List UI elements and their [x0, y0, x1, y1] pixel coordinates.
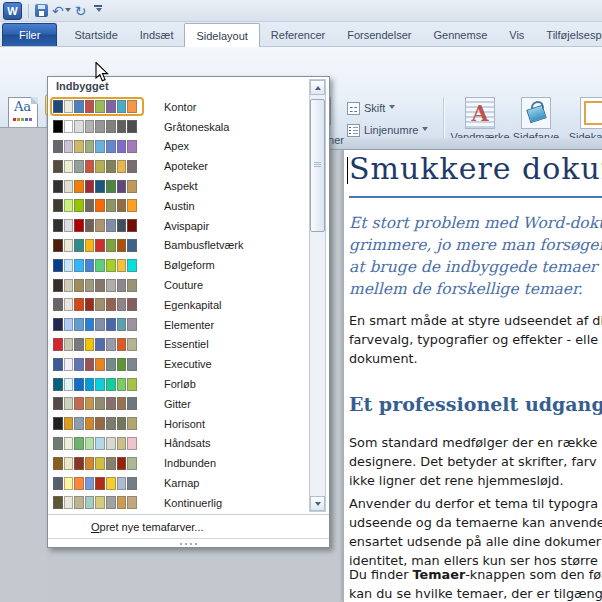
color-swatch — [95, 239, 105, 252]
tab-gennemse[interactable]: Gennemse — [422, 24, 498, 46]
theme-swatch-strip — [53, 437, 141, 450]
page-borders-button[interactable]: Sidekanter — [560, 95, 602, 143]
tab-file[interactable]: Filer — [2, 23, 57, 46]
document-line: Du finder Temaer-knappen som den før — [349, 565, 602, 584]
color-swatch — [95, 120, 105, 133]
color-swatch — [127, 358, 137, 371]
theme-row[interactable]: Gitter — [48, 394, 306, 414]
body-paragraph: En smart måde at styre udseendet af difa… — [349, 311, 602, 368]
color-swatch — [64, 397, 74, 410]
color-swatch — [64, 120, 74, 133]
color-swatch — [85, 219, 95, 232]
tab-sidelayout[interactable]: Sidelayout — [184, 23, 259, 47]
theme-row[interactable]: Aspekt — [48, 176, 306, 196]
theme-row[interactable]: Essentiel — [48, 335, 306, 355]
theme-swatch-strip — [53, 477, 141, 490]
color-swatch — [64, 259, 74, 272]
color-swatch — [117, 358, 127, 371]
theme-row[interactable]: Avispapir — [48, 216, 306, 236]
tab-indsæt[interactable]: Indsæt — [129, 24, 185, 46]
document-line: designere. Det betyder at skrifter, farv — [349, 452, 597, 471]
document-line: ikke ligner det rene hjemmesløjd. — [349, 471, 597, 490]
undo-button[interactable]: ↶ — [52, 4, 71, 18]
title-bar: W ↶ ↻ — [0, 0, 602, 22]
color-swatch — [74, 338, 84, 351]
scrollbar-thumb[interactable] — [310, 99, 325, 232]
theme-swatch-strip — [53, 160, 141, 173]
theme-row[interactable]: Kontor — [48, 97, 306, 117]
color-swatch — [74, 437, 84, 450]
theme-row[interactable]: Executive — [48, 354, 306, 374]
color-swatch — [95, 437, 105, 450]
resize-grip-icon[interactable] — [48, 538, 329, 548]
color-swatch — [127, 160, 137, 173]
scroll-up-button[interactable] — [310, 80, 325, 95]
tab-vis[interactable]: Vis — [498, 24, 535, 46]
color-swatch — [127, 120, 137, 133]
color-swatch — [95, 496, 105, 509]
document-page[interactable]: Smukkere dokume Et stort problem med Wor… — [343, 150, 602, 602]
theme-row[interactable]: Apoteker — [48, 156, 306, 176]
document-line: Et stort problem med Word-doku — [349, 212, 602, 234]
theme-name: Aspekt — [164, 180, 198, 192]
quick-access-menu-icon[interactable] — [94, 5, 102, 16]
theme-row[interactable]: Bølgeform — [48, 255, 306, 275]
line-numbers-button[interactable]: Linjenumre — [347, 121, 428, 139]
theme-row[interactable]: Indbunden — [48, 453, 306, 473]
body-paragraph: Du finder Temaer-knappen som den før kan… — [349, 565, 602, 602]
theme-swatch-strip — [53, 338, 141, 351]
color-swatch — [64, 140, 74, 153]
color-swatch — [106, 298, 116, 311]
theme-swatch-strip — [53, 417, 141, 430]
create-new-theme-colors-item[interactable]: Opret nye temafarver... — [48, 514, 329, 538]
color-swatch — [127, 477, 137, 490]
color-swatch — [64, 180, 74, 193]
document-line: Anvender du derfor et tema til typogra — [349, 494, 602, 513]
color-swatch — [85, 437, 95, 450]
tab-forsendelser[interactable]: Forsendelser — [336, 24, 422, 46]
redo-button[interactable]: ↻ — [75, 4, 87, 18]
color-swatch — [85, 496, 95, 509]
color-swatch — [53, 437, 63, 450]
theme-row[interactable]: Austin — [48, 196, 306, 216]
theme-name: Apex — [164, 140, 189, 152]
color-swatch — [64, 298, 74, 311]
tab-referencer[interactable]: Referencer — [260, 24, 336, 46]
word-logo-icon[interactable]: W — [3, 2, 22, 20]
theme-row[interactable]: Egenkapital — [48, 295, 306, 315]
theme-name: Couture — [164, 279, 203, 291]
dropdown-scrollbar[interactable] — [309, 79, 326, 512]
color-swatch — [74, 378, 84, 391]
theme-row[interactable]: Elementer — [48, 315, 306, 335]
theme-row[interactable]: Håndsats — [48, 434, 306, 454]
color-swatch — [74, 199, 84, 212]
tab-tilføjelsesprogrammer[interactable]: Tilføjelsesprogrammer — [535, 24, 602, 46]
scroll-down-button[interactable] — [310, 496, 325, 511]
color-swatch — [95, 199, 105, 212]
color-swatch — [117, 239, 127, 252]
save-icon[interactable] — [35, 4, 48, 17]
color-swatch — [53, 239, 63, 252]
theme-row[interactable]: Gråtoneskala — [48, 117, 306, 137]
theme-row[interactable]: Apex — [48, 137, 306, 157]
color-swatch — [95, 140, 105, 153]
breaks-button[interactable]: Skift — [347, 99, 395, 117]
color-swatch — [53, 298, 63, 311]
color-swatch — [127, 457, 137, 470]
theme-swatch-strip — [53, 318, 141, 331]
theme-row[interactable]: Couture — [48, 275, 306, 295]
theme-row[interactable]: Kontinuerlig — [48, 493, 306, 513]
tab-startside[interactable]: Startside — [63, 24, 128, 46]
theme-row[interactable]: Forløb — [48, 374, 306, 394]
color-swatch — [117, 496, 127, 509]
color-swatch — [117, 160, 127, 173]
dropdown-section-header: Indbygget — [48, 77, 329, 96]
theme-name: Essentiel — [164, 338, 209, 350]
color-swatch — [106, 477, 116, 490]
color-swatch — [117, 180, 127, 193]
theme-row[interactable]: Bambusfletværk — [48, 236, 306, 256]
theme-row[interactable]: Horisont — [48, 414, 306, 434]
color-swatch — [106, 279, 116, 292]
theme-row[interactable]: Karnap — [48, 473, 306, 493]
color-swatch — [53, 397, 63, 410]
